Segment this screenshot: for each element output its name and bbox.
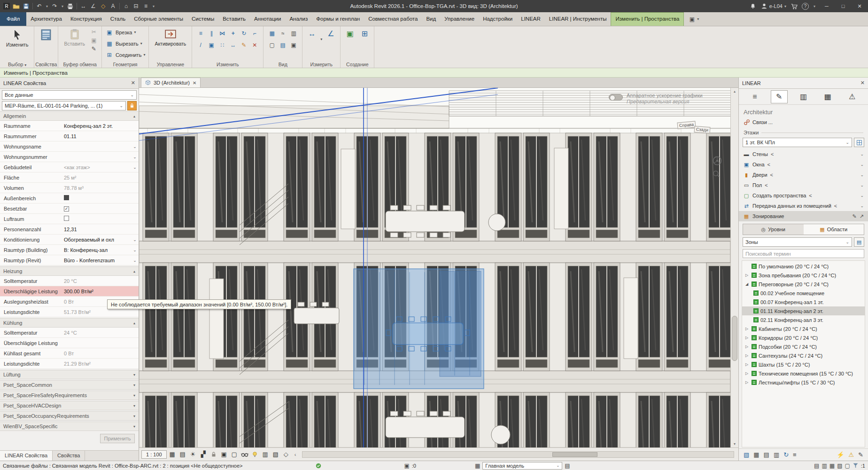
expand-icon[interactable]: ▷	[744, 336, 750, 340]
tree-item-technical[interactable]: ▷Технические помещения (15 °C / 30 °C)	[742, 369, 865, 378]
group-label-manage[interactable]: Управление	[149, 62, 192, 67]
tile-views-icon[interactable]: ▥	[289, 30, 298, 38]
dimension-tool-icon[interactable]: ∠	[325, 28, 337, 40]
cut-geometry-button[interactable]: ▦Вырезать▾	[105, 39, 146, 48]
tab-massing-site[interactable]: Формы и генплан	[312, 12, 364, 26]
select-by-face-toggle[interactable]: ▧	[837, 462, 842, 469]
tab-linear-properties[interactable]: LINEAR Свойства	[0, 451, 53, 461]
edit-mode-icon[interactable]: ✎	[771, 90, 788, 103]
group-label-view[interactable]: Вид	[264, 62, 302, 67]
rotate-icon[interactable]: ↻	[240, 30, 248, 38]
chevron-down-icon[interactable]: ▾	[320, 37, 322, 41]
redo-icon[interactable]: ↷	[50, 2, 59, 11]
tag-icon[interactable]: ◇	[99, 2, 108, 11]
tab-views-icon[interactable]: ▤	[279, 41, 287, 49]
zone-sync-icon[interactable]: ↻	[783, 451, 789, 458]
undo-icon[interactable]: ↶	[35, 2, 44, 11]
expand-icon[interactable]: ▷	[744, 380, 750, 384]
chevron-down-icon[interactable]: ⌄	[131, 237, 139, 242]
tab-systems[interactable]: Системы	[187, 12, 218, 26]
select-links-toggle[interactable]: ▤	[814, 462, 819, 469]
scrollbar-thumb[interactable]	[552, 452, 597, 457]
group-label-properties[interactable]: Свойства	[34, 62, 58, 67]
raumtyp-revit-select[interactable]: Büro - Konferenzraum	[62, 258, 131, 263]
save-icon[interactable]	[22, 2, 31, 11]
section-header-kuehlung[interactable]: Kühlung▴	[0, 318, 139, 328]
close-inactive-icon[interactable]: ▣	[289, 41, 298, 49]
tab-properties[interactable]: Свойства	[53, 451, 85, 461]
join-geometry-button[interactable]: ⊞Соединить▾	[105, 50, 146, 59]
tab-annotate[interactable]: Аннотации	[250, 12, 285, 26]
match-type-icon[interactable]: ✎	[240, 41, 248, 49]
raumnummer-input[interactable]: 01.11	[62, 133, 131, 139]
chevron-down-icon[interactable]: ⌄	[131, 155, 139, 159]
tree-item-stairs-lifts[interactable]: ▷Лестницы/лифты (15 °C / 30 °C)	[742, 378, 865, 387]
design-options-icon[interactable]: ▤	[565, 462, 570, 469]
raumtyp-building-select[interactable]: B: Конференц-зал	[62, 247, 131, 253]
raumname-input[interactable]: Конференц-зал 2 эт.	[62, 123, 131, 129]
reveal-hidden-elements-icon[interactable]	[250, 450, 260, 459]
section-header-pset-spacecommon[interactable]: Pset_SpaceCommon▾	[0, 380, 139, 390]
ribbon-display-options[interactable]: ▣▾	[684, 12, 703, 26]
tree-item-meeting-rooms[interactable]: ◢Переговорные (20 °C / 24 °C)	[742, 280, 865, 289]
zone-display-button[interactable]: ▤	[854, 237, 864, 247]
tool-windows[interactable]: ▣Окна<⌄	[739, 159, 868, 170]
print-icon[interactable]	[66, 2, 75, 11]
expand-icon[interactable]: ▷	[744, 345, 750, 349]
user-account[interactable]: e-L04 ▾	[761, 3, 786, 9]
cope-button[interactable]: ▣Врезка▾	[105, 28, 146, 37]
zoom-icon[interactable]	[712, 170, 721, 178]
section-icon[interactable]: ⊟	[132, 2, 140, 11]
tool-doors[interactable]: ▮Двери<⌄	[739, 170, 868, 180]
tree-item-offices[interactable]: ▷Кабинеты (20 °C / 24 °C)	[742, 324, 865, 333]
app-icon[interactable]: R	[2, 2, 11, 11]
menu-icon[interactable]: ≡	[746, 90, 763, 103]
group-label-measure[interactable]: Измерить	[302, 62, 340, 67]
tab-steel[interactable]: Сталь	[106, 12, 130, 26]
mirror-icon[interactable]: ⋈	[218, 30, 226, 38]
array-icon[interactable]: ∷	[218, 41, 226, 49]
tool-walls[interactable]: ▬Стены<⌄	[739, 149, 868, 159]
tool-create-spaces[interactable]: ▢Создать пространства<⌄	[739, 190, 868, 201]
notifications-icon[interactable]	[749, 2, 758, 11]
close-view-icon[interactable]: ✕	[193, 80, 196, 86]
editing-requests-icon[interactable]: ▣	[404, 462, 409, 469]
hidden-windows-icon[interactable]: ▢	[268, 41, 276, 49]
section-header-allgemein[interactable]: Allgemein▴	[0, 111, 139, 121]
group-label-modify[interactable]: Изменить	[192, 62, 263, 67]
maximize-button[interactable]: □	[837, 1, 850, 11]
move-icon[interactable]: +	[229, 30, 237, 38]
edit-icon[interactable]: ✎	[858, 451, 863, 458]
tab-areas[interactable]: ▦Области	[804, 224, 864, 235]
hardware-acceleration-toggle[interactable]	[609, 94, 623, 101]
delete-icon[interactable]: ✕	[250, 41, 259, 49]
zones-dropdown[interactable]: Зоны⌄	[743, 237, 852, 247]
tab-precast[interactable]: Сборные элементы	[130, 12, 187, 26]
create-similar-icon[interactable]: ⊞	[358, 28, 371, 40]
tab-insert[interactable]: Вставить	[218, 12, 250, 26]
minimize-button[interactable]: ─	[820, 1, 833, 11]
3d-canvas[interactable]: Аппаратное ускорение графики Предварител…	[139, 88, 730, 447]
align-icon[interactable]: ≡	[196, 30, 205, 38]
thin-lines-icon[interactable]: ≡	[141, 2, 150, 11]
columns-view-icon[interactable]: ▥	[795, 90, 812, 103]
viewcube-label-back[interactable]: Сзади	[694, 126, 711, 133]
detail-level-icon[interactable]: ▦	[168, 450, 177, 459]
zone-report-icon[interactable]: ▤	[764, 451, 769, 458]
chevron-down-icon[interactable]: ⌄	[131, 248, 139, 252]
split-icon[interactable]: /	[196, 41, 205, 49]
match-properties-icon[interactable]: ✎	[90, 45, 98, 53]
besetzbar-checkbox[interactable]: ✓	[64, 206, 69, 212]
sun-path-icon[interactable]: ☀	[188, 450, 198, 459]
help-icon[interactable]: ?	[802, 3, 809, 10]
redo-dropdown-icon[interactable]: ▾	[60, 2, 65, 11]
scroll-left-icon[interactable]: ‹	[292, 451, 299, 458]
help-dropdown-icon[interactable]: ▾	[812, 2, 817, 11]
text-icon[interactable]: A	[108, 2, 117, 11]
temporary-view-properties-icon[interactable]: ▥	[261, 450, 270, 459]
close-button[interactable]: ✕	[853, 1, 866, 11]
cut-icon[interactable]: ✂	[90, 28, 98, 36]
level-grid-button[interactable]	[854, 138, 864, 147]
show-crop-icon[interactable]: ▢	[230, 450, 239, 459]
tree-item-occupied-zone[interactable]: ▷Зона пребывания (20 °C / 24 °C)	[742, 271, 865, 280]
